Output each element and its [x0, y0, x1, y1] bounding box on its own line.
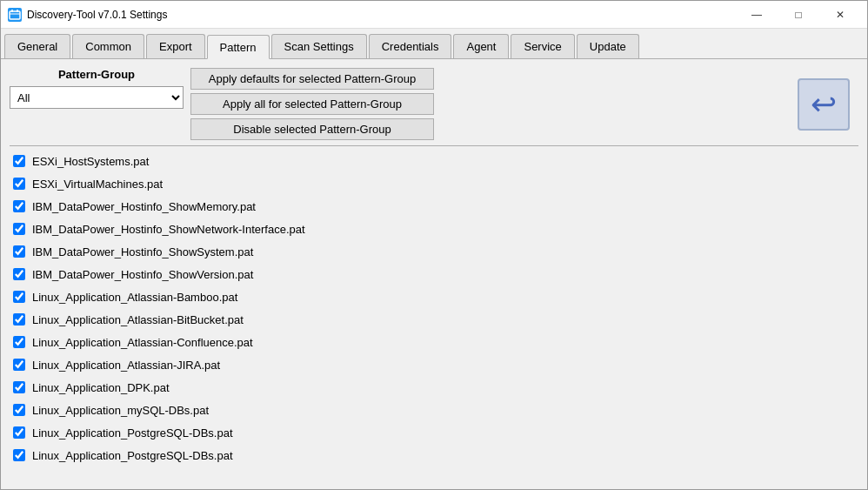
list-item: Linux_Application_Atlassian-Confluence.p… [10, 331, 858, 353]
pattern-label: Linux_Application_PostgreSQL-DBs.pat [32, 449, 233, 462]
pattern-checkbox[interactable] [13, 404, 25, 416]
pattern-label: Linux_Application_Atlassian-JIRA.pat [32, 359, 220, 372]
tab-pattern[interactable]: Pattern [207, 35, 270, 59]
list-item: Linux_Application_PostgreSQL-DBs.pat [10, 421, 858, 444]
disable-group-button[interactable]: Disable selected Pattern-Group [190, 118, 434, 140]
pattern-checkbox[interactable] [13, 178, 25, 190]
list-item: IBM_DataPower_Hostinfo_ShowMemory.pat [10, 195, 858, 218]
pattern-checkbox[interactable] [13, 336, 25, 348]
tab-export[interactable]: Export [146, 34, 205, 58]
window-title: Discovery-Tool v7.0.1 Settings [27, 9, 737, 21]
pattern-checkbox[interactable] [13, 381, 25, 393]
pattern-checkbox[interactable] [13, 426, 25, 439]
title-bar: Discovery-Tool v7.0.1 Settings — □ ✕ [1, 1, 867, 29]
pattern-label: Linux_Application_mySQL-DBs.pat [32, 404, 209, 417]
pattern-checkbox[interactable] [13, 155, 25, 167]
svg-rect-0 [10, 11, 20, 19]
tab-general[interactable]: General [4, 34, 70, 58]
pattern-label: IBM_DataPower_Hostinfo_ShowMemory.pat [32, 200, 256, 213]
pattern-label: IBM_DataPower_Hostinfo_ShowNetwork-Inter… [32, 223, 305, 236]
list-item: Linux_Application_PostgreSQL-DBs.pat [10, 444, 858, 467]
tab-agent[interactable]: Agent [453, 34, 509, 58]
main-window: Discovery-Tool v7.0.1 Settings — □ ✕ Gen… [0, 0, 868, 490]
maximize-button[interactable]: □ [778, 1, 818, 29]
tab-update[interactable]: Update [577, 34, 639, 58]
list-item: Linux_Application_Atlassian-BitBucket.pa… [10, 308, 858, 331]
list-item: Linux_Application_mySQL-DBs.pat [10, 399, 858, 421]
tab-common[interactable]: Common [72, 34, 144, 58]
back-icon: ↩ [811, 86, 837, 123]
tab-service[interactable]: Service [511, 34, 574, 58]
pattern-checkbox[interactable] [13, 313, 25, 326]
pattern-label: Linux_Application_PostgreSQL-DBs.pat [32, 426, 233, 440]
tab-credentials[interactable]: Credentials [369, 34, 452, 58]
apply-all-button[interactable]: Apply all for selected Pattern-Group [190, 93, 434, 115]
list-item: IBM_DataPower_Hostinfo_ShowVersion.pat [10, 263, 858, 285]
minimize-button[interactable]: — [737, 1, 777, 29]
pattern-list[interactable]: ESXi_HostSystems.patESXi_VirtualMachines… [1, 146, 867, 489]
pattern-group-label-box: Pattern-Group All [10, 68, 184, 140]
pattern-label: Linux_Application_Atlassian-Confluence.p… [32, 336, 253, 349]
apply-defaults-button[interactable]: Apply defaults for selected Pattern-Grou… [190, 68, 434, 90]
pattern-group-dropdown[interactable]: All [10, 86, 184, 109]
pattern-label: ESXi_HostSystems.pat [32, 155, 149, 168]
pattern-label: ESXi_VirtualMachines.pat [32, 178, 163, 191]
pattern-label: Linux_Application_Atlassian-Bamboo.pat [32, 291, 237, 304]
pattern-label: IBM_DataPower_Hostinfo_ShowSystem.pat [32, 245, 253, 258]
app-icon [8, 8, 22, 22]
pattern-label: IBM_DataPower_Hostinfo_ShowVersion.pat [32, 268, 253, 281]
tab-bar: GeneralCommonExportPatternScan SettingsC… [1, 29, 867, 59]
pattern-label: Linux_Application_Atlassian-BitBucket.pa… [32, 313, 244, 326]
list-item: ESXi_VirtualMachines.pat [10, 172, 858, 195]
pattern-checkbox[interactable] [13, 245, 25, 258]
pattern-label: Linux_Application_DPK.pat [32, 381, 170, 394]
pattern-checkbox[interactable] [13, 359, 25, 371]
window-controls: — □ ✕ [737, 1, 860, 29]
list-item: IBM_DataPower_Hostinfo_ShowNetwork-Inter… [10, 218, 858, 240]
list-item: Linux_Application_Atlassian-Bamboo.pat [10, 285, 858, 308]
pattern-buttons: Apply defaults for selected Pattern-Grou… [190, 68, 434, 140]
list-item: ESXi_HostSystems.pat [10, 150, 858, 172]
back-btn-area: ↩ [441, 68, 858, 140]
pattern-checkbox[interactable] [13, 449, 25, 461]
main-content: Pattern-Group All Apply defaults for sel… [1, 59, 867, 489]
pattern-checkbox[interactable] [13, 268, 25, 280]
list-item: Linux_Application_Atlassian-JIRA.pat [10, 353, 858, 376]
list-item: Linux_Application_DPK.pat [10, 376, 858, 399]
tab-scan-settings[interactable]: Scan Settings [271, 34, 367, 58]
pattern-checkbox[interactable] [13, 291, 25, 303]
close-button[interactable]: ✕ [820, 1, 860, 29]
pattern-checkbox[interactable] [13, 200, 25, 212]
list-item: IBM_DataPower_Hostinfo_ShowSystem.pat [10, 240, 858, 263]
pattern-header: Pattern-Group All Apply defaults for sel… [1, 59, 867, 145]
pattern-group-title: Pattern-Group [58, 68, 135, 81]
pattern-checkbox[interactable] [13, 223, 25, 235]
back-button[interactable]: ↩ [798, 78, 850, 131]
